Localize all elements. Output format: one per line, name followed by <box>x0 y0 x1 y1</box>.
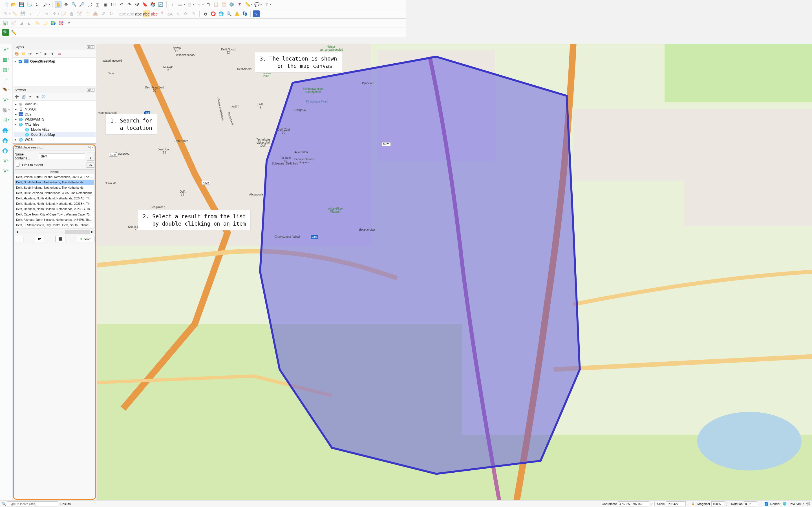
limit-extent-checkbox[interactable] <box>16 163 19 167</box>
zoom-next-icon[interactable]: ↷ <box>126 1 133 8</box>
browser-item[interactable]: 🌐Mobile Atlas <box>13 127 96 132</box>
expand-all-icon[interactable]: ▶ <box>43 51 48 56</box>
label-layer-icon[interactable]: abc <box>127 10 134 17</box>
delete-selected-icon[interactable]: 🗑 <box>68 10 75 17</box>
result-row[interactable]: Delft, Haarlem, North Holland, Netherlan… <box>15 207 94 212</box>
name-contains-input[interactable] <box>39 154 85 159</box>
more-options-button[interactable]: ... <box>15 236 23 242</box>
zoom-selection-icon[interactable]: ◫ <box>94 1 101 8</box>
add-selected-icon[interactable]: ➕ <box>14 94 19 99</box>
raster-brighter-icon[interactable]: ☀️ <box>34 20 41 26</box>
style-manager-icon[interactable]: 🖌 <box>42 1 49 8</box>
new-map-view-icon[interactable]: 🗺 <box>134 1 140 8</box>
add-line-icon[interactable]: ／ <box>35 10 42 17</box>
result-row[interactable]: Delft, South Holland, Netherlands, The N… <box>15 180 94 185</box>
raster-hist-icon[interactable]: 📊 <box>2 20 9 26</box>
map-tips-icon[interactable]: 💬 <box>253 1 260 8</box>
add-polygon-icon[interactable]: ▱ <box>43 10 50 17</box>
browser-item[interactable]: ▶🌐WMS/WMTS <box>13 117 96 122</box>
attribute-table-icon[interactable]: 📋 <box>213 1 219 8</box>
add-spatialite-icon[interactable]: 🪶⁺ <box>2 86 10 94</box>
detach-icon[interactable]: ⧉ <box>87 146 91 149</box>
show-bookmarks-icon[interactable]: 📚 <box>149 1 156 8</box>
undo-icon[interactable]: ↺ <box>100 10 107 17</box>
text-annotation-icon[interactable]: T <box>263 1 269 8</box>
result-row[interactable]: Delft, Haarlem, North Holland, Netherlan… <box>15 196 94 201</box>
label-rule-icon[interactable]: abc <box>135 10 142 17</box>
add-virtual-icon[interactable]: V⁺ <box>2 96 10 104</box>
new-bookmark-icon[interactable]: 🔖 <box>142 1 148 8</box>
close-icon[interactable]: × <box>91 45 94 49</box>
add-raster-icon[interactable]: ▦⁺ <box>2 55 10 63</box>
pan-icon[interactable]: ✋ <box>55 1 61 8</box>
save-project-icon[interactable]: 💾 <box>18 1 25 8</box>
layer-visibility-checkbox[interactable] <box>18 60 22 63</box>
identify-icon[interactable]: ℹ <box>169 1 175 8</box>
db-manager-icon[interactable]: 🛢 <box>202 10 209 17</box>
grid-icon[interactable]: # <box>65 20 72 26</box>
manage-visibility-icon[interactable]: 👁 <box>28 51 33 56</box>
zoom-out-icon[interactable]: 🔎 <box>79 1 85 8</box>
pan-to-selection-icon[interactable]: ✥ <box>63 1 69 8</box>
detach-icon[interactable]: ⧉ <box>87 45 91 49</box>
new-layout-icon[interactable]: 📑 <box>26 1 33 8</box>
browser-item[interactable]: ▶🌐WCS <box>13 137 96 142</box>
mask-add-button[interactable]: 🗺 <box>35 236 44 242</box>
field-calc-icon[interactable]: 🧮 <box>220 1 227 8</box>
help-icon[interactable]: ? <box>253 10 260 17</box>
browser-item[interactable]: ▾🌐XYZ Tiles <box>13 122 96 127</box>
add-postgis-icon[interactable]: 🐘⁺ <box>2 106 10 114</box>
add-wms-icon[interactable]: 🌐⁺ <box>2 126 10 134</box>
label-highlight-icon[interactable]: abc <box>143 10 150 17</box>
name-column-header[interactable]: Name <box>15 170 94 174</box>
detach-icon[interactable]: ⧉ <box>87 88 91 92</box>
label-move-icon[interactable]: ⤡ <box>174 10 181 17</box>
copy-icon[interactable]: 📋 <box>84 10 91 17</box>
coord-capture-icon[interactable]: 🎯 <box>57 20 64 26</box>
stats-icon[interactable]: Σ <box>236 1 243 8</box>
web-icon[interactable]: 🌐 <box>218 10 224 17</box>
browser-item[interactable]: ▶🗄MSSQL <box>13 107 96 112</box>
label-size-icon[interactable]: aA <box>167 10 173 17</box>
filter-icon[interactable]: ▼ <box>28 94 33 99</box>
new-project-icon[interactable]: 📄 <box>2 1 9 8</box>
toggle-editing-icon[interactable]: ✏️ <box>11 10 18 17</box>
result-row[interactable]: Delft, 3, Stationsplein, City Centre, De… <box>15 223 94 228</box>
results-scrollbar[interactable]: ◀▶ <box>15 230 94 234</box>
zoom-native-icon[interactable]: 1:1 <box>110 1 117 8</box>
geometry-checker-icon[interactable]: ⚠️ <box>234 10 240 17</box>
results-table[interactable]: Name Delft, Velsen, North Holland, Nethe… <box>15 169 94 228</box>
zoom-last-icon[interactable]: ↶ <box>118 1 124 8</box>
label-rotate-icon[interactable]: ⟳ <box>183 10 189 17</box>
zoom-full-icon[interactable]: ⛶ <box>86 1 93 8</box>
add-vector-icon[interactable]: V⁺ <box>2 45 10 53</box>
properties-icon[interactable]: ⓘ <box>41 94 46 99</box>
open-project-icon[interactable]: 📂 <box>10 1 17 8</box>
processing-icon[interactable]: ⚙️ <box>229 1 235 8</box>
zoom-in-icon[interactable]: 🔍 <box>70 1 77 8</box>
add-db2-icon[interactable]: 🗄⁺ <box>2 116 10 124</box>
map-canvas[interactable]: Delft Rijswijk 11 Rijswijk 11 Delft-Noor… <box>97 44 406 253</box>
layer-row[interactable]: ▾ OpenStreetMap <box>13 59 96 64</box>
raster-local-icon[interactable]: ◢ <box>18 20 25 26</box>
metasearch-icon[interactable]: 🔍 <box>225 10 232 17</box>
filter-legend-icon[interactable]: ▼ <box>35 51 40 56</box>
raster-stretch-icon[interactable]: 📈 <box>10 20 17 26</box>
browser-item[interactable]: ▶DB2DB2 <box>13 112 96 117</box>
style-preset-icon[interactable]: 🎨 <box>14 51 19 56</box>
add-scratch-icon[interactable]: V⁺ <box>2 167 10 175</box>
refresh-icon[interactable]: 🔄 <box>21 94 26 99</box>
result-row[interactable]: Delft, Cape Town, City of Cape Town, Wes… <box>15 212 94 217</box>
result-row[interactable]: Delft, South Holland, Netherlands, The N… <box>15 185 94 190</box>
add-delimited-icon[interactable]: ,⁺ <box>2 76 10 83</box>
close-icon[interactable]: × <box>91 88 94 92</box>
raster-darker-icon[interactable]: 🌙 <box>42 20 49 26</box>
select-features-icon[interactable]: ▭ <box>177 1 184 8</box>
browser-item[interactable]: 🌐OpenStreetMap <box>13 132 96 137</box>
close-icon[interactable]: × <box>91 146 94 149</box>
add-feature-icon[interactable]: • <box>28 10 34 17</box>
collapse-icon[interactable]: ◀ <box>35 94 40 99</box>
quick-osm-icon[interactable]: 🔍 <box>2 29 9 36</box>
search-back-button[interactable]: <- <box>87 163 94 168</box>
chevron-down-icon[interactable]: ▾ <box>15 60 17 63</box>
